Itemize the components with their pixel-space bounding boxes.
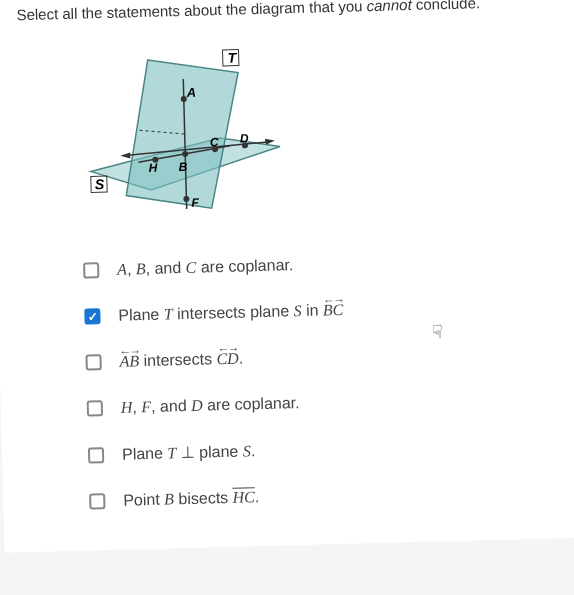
- options-list: A, B, and C are coplanar. Plane T inters…: [13, 249, 574, 513]
- svg-text:D: D: [240, 131, 249, 145]
- line-AB: ←→AB: [119, 352, 139, 371]
- option-3-text: ←→AB intersects ←→CD.: [119, 349, 243, 370]
- option-4[interactable]: H, F, and D are coplanar.: [87, 387, 574, 418]
- question-text: Select all the statements about the diag…: [6, 0, 574, 24]
- option-1[interactable]: A, B, and C are coplanar.: [83, 249, 574, 280]
- option-2-text: Plane T intersects plane S in ←→BC: [118, 301, 343, 325]
- line-CD: ←→CD: [216, 350, 239, 369]
- double-arrow-icon: ←→: [321, 293, 346, 309]
- option-2[interactable]: Plane T intersects plane S in ←→BC ☟: [84, 295, 574, 326]
- checkbox-3[interactable]: [85, 354, 101, 370]
- svg-text:T: T: [228, 50, 238, 66]
- geometry-diagram: T A S H B C D F: [67, 36, 302, 232]
- question-prefix: Select all the statements about the diag…: [16, 0, 367, 23]
- checkbox-6[interactable]: [89, 493, 105, 509]
- double-arrow-icon: ←→: [214, 342, 241, 358]
- option-1-text: A, B, and C are coplanar.: [117, 256, 294, 279]
- checkbox-2[interactable]: [84, 308, 100, 324]
- checkbox-1[interactable]: [83, 262, 99, 278]
- svg-text:F: F: [191, 196, 199, 210]
- svg-text:B: B: [178, 160, 187, 174]
- question-suffix: conclude.: [411, 0, 480, 13]
- svg-marker-5: [120, 152, 130, 158]
- svg-marker-6: [265, 139, 275, 145]
- option-3[interactable]: ←→AB intersects ←→CD.: [85, 341, 574, 372]
- cursor-pointer-icon: ☟: [432, 320, 444, 342]
- question-emphasis: cannot: [366, 0, 411, 14]
- segment-HC: HC: [232, 488, 255, 506]
- double-arrow-icon: ←→: [117, 344, 141, 360]
- option-4-text: H, F, and D are coplanar.: [121, 394, 300, 417]
- svg-text:C: C: [210, 135, 219, 149]
- line-BC: ←→BC: [323, 301, 344, 320]
- option-6[interactable]: Point B bisects HC.: [89, 480, 574, 511]
- option-5[interactable]: Plane T ⊥ plane S.: [88, 433, 574, 465]
- svg-text:S: S: [95, 176, 105, 192]
- checkbox-4[interactable]: [87, 400, 103, 416]
- svg-text:H: H: [148, 161, 157, 175]
- page-content: Select all the statements about the diag…: [0, 0, 574, 553]
- option-6-text: Point B bisects HC.: [123, 488, 260, 510]
- checkbox-5[interactable]: [88, 447, 104, 463]
- option-5-text: Plane T ⊥ plane S.: [122, 441, 256, 463]
- svg-text:A: A: [185, 85, 196, 100]
